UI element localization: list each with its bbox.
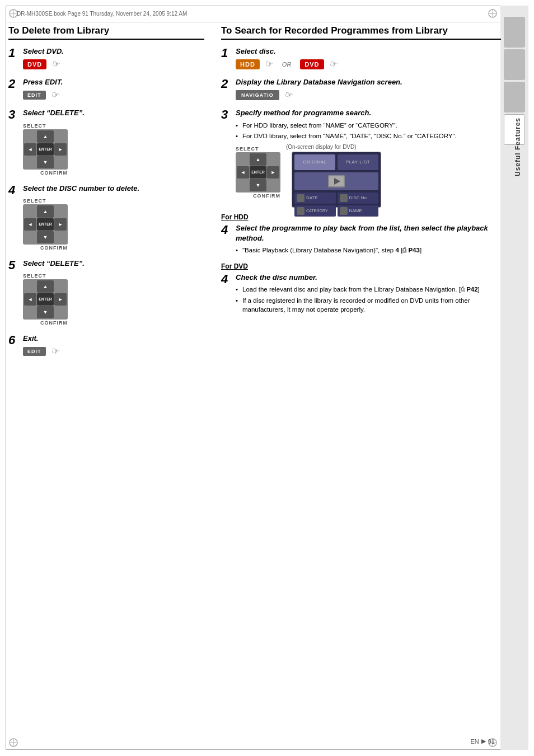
hdd-bullet-text: "Basic Playback (Library Database Naviga… (242, 247, 421, 253)
dvd-button: DVD (23, 59, 46, 69)
right-step-1-buttons: HDD ☞ OR DVD ☞ (236, 59, 501, 69)
nav-blank-4-tr (54, 205, 67, 218)
step-6-content: Exit. EDIT ☞ (23, 334, 204, 359)
osd-original-cell: ORIGINAL (294, 154, 335, 170)
nav-left-5[interactable]: ◄ (24, 293, 36, 306)
step-4-content: Select the DISC number to delete. SELECT… (23, 184, 204, 253)
dvd-step-4-content: Check the disc number. Load the relevant… (236, 273, 501, 316)
right-step-2-num: 2 (221, 77, 231, 91)
right-step-1: 1 Select disc. HDD ☞ OR DVD ☞ (221, 46, 501, 72)
sidebar-tab-2 (504, 49, 525, 80)
nav-grid-4: ▲ ◄ ENTER ► ▼ (23, 204, 68, 245)
right-column: To Search for Recorded Programmes from L… (221, 25, 501, 364)
page-number-area: EN ▶ 91 (470, 738, 495, 745)
navigate-label: NAVIGATIO (241, 92, 274, 98)
osd-discno-label: DISC No (349, 195, 367, 200)
exit-edit-button: EDIT (23, 347, 46, 356)
nav-left-r3[interactable]: ◄ (237, 166, 249, 179)
header-text: DR-MH300SE.book Page 91 Thursday, Novemb… (17, 11, 187, 17)
nav-down-4[interactable]: ▼ (37, 231, 54, 243)
dvd-bullet-1: Load the relevant disc and play back fro… (236, 285, 501, 294)
dvd-step-4: 4 Check the disc number. Load the releva… (221, 273, 501, 316)
osd-name-cell: NAME (338, 205, 379, 217)
nav-enter-3[interactable]: ENTER (37, 143, 54, 156)
nav-up-4[interactable]: ▲ (37, 205, 54, 218)
osd-category-label: CATEGORY (306, 209, 328, 213)
step-2-desc: Press EDIT. (23, 77, 204, 87)
step-1-desc: Select DVD. (23, 46, 204, 57)
osd-name-icon (340, 207, 348, 215)
dvd-step-4-num: 4 (221, 273, 231, 286)
nav-up-5[interactable]: ▲ (37, 280, 54, 293)
right-section-title: To Search for Recorded Programmes from L… (221, 25, 501, 40)
osd-category-cell: CATEGORY (294, 205, 336, 217)
nav-up-3[interactable]: ▲ (37, 130, 54, 143)
nav-enter-5[interactable]: ENTER (37, 293, 54, 306)
edit-button: EDIT (23, 91, 46, 100)
right-step-2: 2 Display the Library Database Navigatio… (221, 77, 501, 102)
select-label-5: SELECT (23, 273, 68, 279)
osd-bottom-grid: DATE DISC No CATEGORY (294, 192, 378, 217)
right-step-3-desc: Specify method for programme search. (236, 108, 501, 118)
nav-down-3[interactable]: ▼ (37, 156, 54, 168)
left-column: To Delete from Library 1 Select DVD. DVD… (8, 25, 204, 364)
nav-left-4[interactable]: ◄ (24, 218, 36, 231)
nav-down-5[interactable]: ▼ (37, 306, 54, 318)
or-text: OR (282, 61, 292, 68)
nav-blank-4-bl (24, 231, 36, 243)
nav-left-3[interactable]: ◄ (24, 143, 36, 156)
dvd-bullet-2: If a disc registered in the library is r… (236, 296, 501, 314)
nav-right-5[interactable]: ► (54, 293, 67, 306)
step-3: 3 Select “DELETE”. SELECT ▲ ◄ ENTER ► (8, 108, 204, 177)
hdd-step-4-num: 4 (221, 223, 231, 237)
nav-widget-r3: SELECT ▲ ◄ ENTER ► ▼ (236, 146, 280, 199)
osd-original-label: ORIGINAL (303, 159, 326, 165)
nav-blank-r3-tl (237, 153, 249, 166)
osd-caption: (On-screen display for DVD) (286, 144, 381, 150)
nav-blank-4-tl (24, 205, 36, 218)
step-3-content: Select “DELETE”. SELECT ▲ ◄ ENTER ► ▼ (23, 108, 204, 177)
nav-grid-3: ▲ ◄ ENTER ► ▼ (23, 129, 68, 170)
nav-blank-tl (24, 130, 36, 143)
nav-right-3[interactable]: ► (54, 143, 67, 156)
osd-discno-icon (340, 194, 348, 202)
step-1: 1 Select DVD. DVD ☞ (8, 46, 204, 72)
bullet-hdd-search: For HDD library, select from “NAME” or “… (236, 121, 501, 130)
nav-widget-5: SELECT ▲ ◄ ENTER ► ▼ CONFIRM (23, 273, 68, 326)
osd-cat-icon (297, 207, 305, 215)
nav-down-r3[interactable]: ▼ (250, 179, 266, 191)
nav-right-4[interactable]: ► (54, 218, 67, 231)
step-6-num: 6 (8, 334, 18, 347)
hdd-step-4-content: Select the programme to play back from t… (236, 223, 501, 257)
select-label-3: SELECT (23, 123, 68, 129)
nav-enter-r3[interactable]: ENTER (250, 166, 266, 179)
confirm-label-5: CONFIRM (23, 320, 68, 326)
step-2-content: Press EDIT. EDIT ☞ (23, 77, 204, 102)
step-1-content: Select DVD. DVD ☞ (23, 46, 204, 72)
nav-blank-5-tl (24, 280, 36, 293)
hdd-bullet-1: "Basic Playback (Library Database Naviga… (236, 246, 501, 255)
step3-nav-area: SELECT ▲ ◄ ENTER ► ▼ (236, 144, 280, 201)
nav-up-r3[interactable]: ▲ (250, 153, 266, 166)
right-step-2-desc: Display the Library Database Navigation … (236, 77, 501, 87)
hdd-step-4-desc: Select the programme to play back from t… (236, 223, 501, 243)
osd-name-label: NAME (349, 208, 362, 213)
for-dvd-label: For DVD (221, 262, 501, 270)
select-label-4: SELECT (23, 198, 68, 204)
header-line: DR-MH300SE.book Page 91 Thursday, Novemb… (6, 6, 501, 22)
step3-widget-row: SELECT ▲ ◄ ENTER ► ▼ (236, 144, 501, 208)
step-2-buttons: EDIT ☞ (23, 90, 204, 100)
nav-enter-4[interactable]: ENTER (37, 218, 54, 231)
right-step-3-content: Specify method for programme search. For… (236, 108, 501, 207)
nav-widget-4: SELECT ▲ ◄ ENTER ► ▼ CONFIRM (23, 198, 68, 251)
nav-blank-bl (24, 156, 36, 168)
nav-right-r3[interactable]: ► (267, 166, 279, 179)
step-5-desc: Select “DELETE”. (23, 259, 204, 269)
step-4-num: 4 (8, 184, 18, 197)
content-area: To Delete from Library 1 Select DVD. DVD… (8, 25, 501, 741)
osd-film-icon (328, 175, 345, 187)
hand-cursor-icon: ☞ (51, 58, 61, 71)
nav-blank-r3-tr (267, 153, 279, 166)
nav-blank-br (54, 156, 67, 168)
osd-date-icon (297, 194, 305, 202)
